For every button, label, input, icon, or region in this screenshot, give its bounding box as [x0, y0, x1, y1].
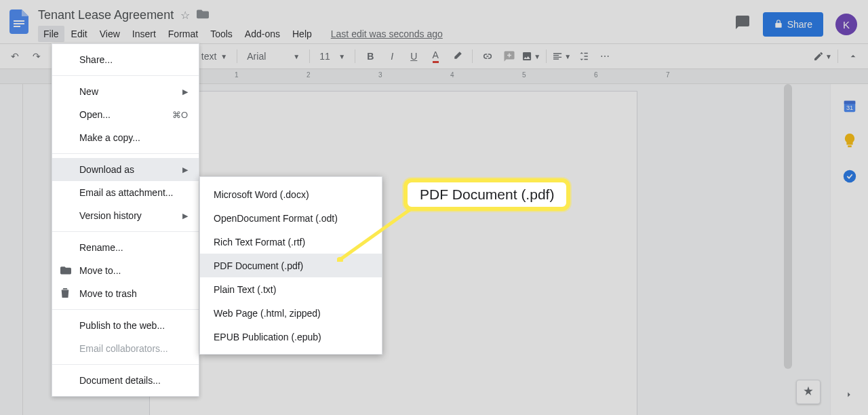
account-avatar[interactable]: K	[835, 14, 857, 35]
add-comment-button[interactable]	[500, 47, 519, 66]
download-odt[interactable]: OpenDocument Format (.odt)	[200, 206, 382, 230]
last-edit-link[interactable]: Last edit was seconds ago	[331, 28, 443, 39]
menu-edit[interactable]: Edit	[66, 26, 93, 42]
highlight-button[interactable]	[448, 47, 467, 66]
bold-button[interactable]: B	[361, 47, 380, 66]
comments-icon[interactable]	[734, 14, 751, 35]
svg-rect-0	[14, 20, 24, 22]
svg-rect-4	[844, 101, 855, 104]
menu-file[interactable]: File	[38, 26, 64, 42]
svg-rect-6	[848, 145, 852, 147]
underline-button[interactable]: U	[404, 47, 423, 66]
calendar-icon[interactable]: 31	[842, 98, 858, 114]
vertical-ruler	[0, 84, 23, 415]
file-rename[interactable]: Rename...	[52, 236, 199, 259]
line-spacing-button[interactable]	[574, 47, 593, 66]
svg-point-7	[843, 170, 855, 182]
menu-insert[interactable]: Insert	[127, 26, 161, 42]
menu-bar: File Edit View Insert Format Tools Add-o…	[38, 24, 734, 43]
side-panel: 31	[830, 84, 868, 415]
menu-view[interactable]: View	[94, 26, 125, 42]
font-size-select[interactable]: 11▼	[315, 47, 349, 66]
download-pdf[interactable]: PDF Document (.pdf)	[200, 254, 382, 277]
file-publish[interactable]: Publish to the web...	[52, 314, 199, 337]
text-color-button[interactable]: A	[426, 47, 445, 66]
svg-rect-2	[14, 26, 20, 27]
download-docx[interactable]: Microsoft Word (.docx)	[200, 182, 382, 206]
file-version-history[interactable]: Version history▶	[52, 204, 199, 227]
title-area: Tenant Lease Agreement ☆ File Edit View …	[38, 5, 734, 43]
file-open[interactable]: Open...⌘O	[52, 103, 199, 126]
insert-link-button[interactable]	[478, 47, 497, 66]
file-document-details[interactable]: Document details...	[52, 369, 199, 392]
docs-logo-icon[interactable]	[5, 8, 33, 35]
menu-addons[interactable]: Add-ons	[239, 26, 285, 42]
font-select[interactable]: Arial▼	[243, 47, 304, 66]
file-make-copy[interactable]: Make a copy...	[52, 126, 199, 149]
file-new[interactable]: New▶	[52, 80, 199, 103]
lock-icon	[774, 19, 783, 31]
download-txt[interactable]: Plain Text (.txt)	[200, 277, 382, 301]
undo-button[interactable]: ↶	[5, 47, 24, 66]
menu-format[interactable]: Format	[163, 26, 203, 42]
explore-button[interactable]	[796, 380, 821, 404]
menu-tools[interactable]: Tools	[205, 26, 238, 42]
hide-side-panel-button[interactable]	[840, 385, 859, 404]
scrollbar-thumb[interactable]	[784, 84, 792, 369]
svg-rect-1	[14, 23, 24, 24]
folder-icon	[60, 265, 71, 277]
insert-image-button[interactable]: ▼	[521, 47, 540, 66]
file-email-attachment[interactable]: Email as attachment...	[52, 181, 199, 204]
share-label: Share	[787, 19, 812, 30]
tasks-icon[interactable]	[842, 168, 858, 184]
svg-text:31: 31	[846, 104, 852, 111]
share-button[interactable]: Share	[763, 12, 823, 37]
align-button[interactable]: ▼	[552, 47, 571, 66]
file-menu-dropdown: Share... New▶ Open...⌘O Make a copy... D…	[52, 43, 199, 397]
document-title[interactable]: Tenant Lease Agreement	[38, 8, 174, 22]
app-header: Tenant Lease Agreement ☆ File Edit View …	[0, 0, 868, 43]
download-as-submenu: Microsoft Word (.docx) OpenDocument Form…	[199, 176, 382, 355]
file-download-as[interactable]: Download as▶	[52, 158, 199, 181]
file-move-to-trash[interactable]: Move to trash	[52, 282, 199, 305]
folder-icon[interactable]	[197, 8, 209, 22]
file-share[interactable]: Share...	[52, 48, 199, 71]
menu-help[interactable]: Help	[287, 26, 317, 42]
trash-icon	[60, 288, 70, 300]
keep-icon[interactable]	[842, 133, 858, 149]
more-button[interactable]: ⋯	[595, 47, 614, 66]
redo-button[interactable]: ↷	[27, 47, 46, 66]
download-rtf[interactable]: Rich Text Format (.rtf)	[200, 230, 382, 254]
header-right: Share K	[734, 12, 857, 37]
download-html[interactable]: Web Page (.html, zipped)	[200, 301, 382, 325]
annotation-callout: PDF Document (.pdf)	[403, 178, 570, 211]
star-icon[interactable]: ☆	[180, 9, 190, 22]
download-epub[interactable]: EPUB Publication (.epub)	[200, 325, 382, 349]
collapse-button[interactable]	[844, 47, 863, 66]
editing-mode-button[interactable]: ▼	[813, 47, 832, 66]
file-email-collaborators: Email collaborators...	[52, 337, 199, 360]
italic-button[interactable]: I	[382, 47, 401, 66]
file-move-to[interactable]: Move to...	[52, 259, 199, 282]
